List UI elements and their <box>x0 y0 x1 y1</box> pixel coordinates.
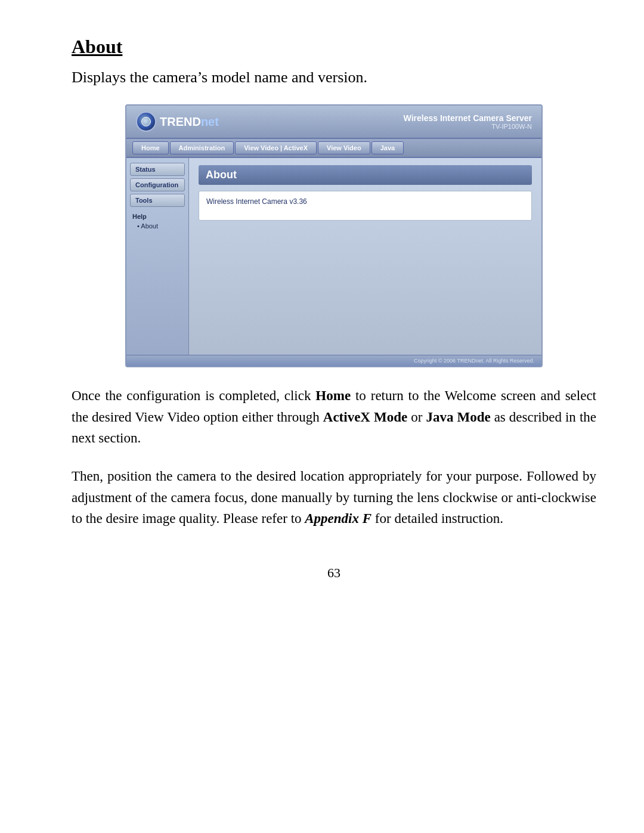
nav-viewvideo[interactable]: View Video <box>318 141 370 154</box>
cam-model: TV-IP100W-N <box>404 123 532 130</box>
nav-home[interactable]: Home <box>132 141 169 154</box>
nav-viewvideo-activex[interactable]: View Video | ActiveX <box>235 141 317 154</box>
sidebar-status[interactable]: Status <box>130 163 185 176</box>
sidebar-about-link[interactable]: • About <box>130 221 185 231</box>
main-section-title: About <box>199 165 532 185</box>
body-bold-java: Java Mode <box>426 410 490 425</box>
nav-java[interactable]: Java <box>371 141 404 154</box>
cam-product-name: Wireless Internet Camera Server <box>404 113 532 123</box>
body-text-mid-2: or <box>407 410 426 425</box>
brand-name: TRENDnet <box>160 115 219 129</box>
page-title: About <box>72 36 596 58</box>
sidebar-tools[interactable]: Tools <box>130 194 185 207</box>
cam-body: Status Configuration Tools Help • About … <box>126 158 541 355</box>
body-paragraph-1: Once the configuration is completed, cli… <box>72 385 596 449</box>
logo-icon <box>136 112 156 132</box>
body-bold-home: Home <box>315 388 351 403</box>
page-number: 63 <box>72 565 596 581</box>
body-italic-appendix: Appendix F <box>305 511 371 526</box>
sidebar-help-label: Help <box>130 209 185 221</box>
logo-icon-inner <box>141 117 151 126</box>
cam-title-block: Wireless Internet Camera Server TV-IP100… <box>404 113 532 130</box>
cam-main: About Wireless Internet Camera v3.36 <box>189 158 541 355</box>
nav-administration[interactable]: Administration <box>170 141 234 154</box>
sidebar-configuration[interactable]: Configuration <box>130 178 185 191</box>
cam-nav: Home Administration View Video | ActiveX… <box>126 139 541 158</box>
cam-footer: Copyright © 2006 TRENDnet. All Rights Re… <box>126 355 541 366</box>
cam-logo: TRENDnet <box>136 112 219 132</box>
screenshot-container: TRENDnet Wireless Internet Camera Server… <box>125 104 543 367</box>
body-paragraph-2: Then, position the camera to the desired… <box>72 466 596 529</box>
page-subtitle: Displays the camera’s model name and ver… <box>72 69 596 86</box>
main-content-box: Wireless Internet Camera v3.36 <box>199 191 532 221</box>
body-bold-activex: ActiveX Mode <box>323 410 407 425</box>
cam-sidebar: Status Configuration Tools Help • About <box>126 158 189 355</box>
cam-header: TRENDnet Wireless Internet Camera Server… <box>126 106 541 139</box>
body-text-2-end: for detailed instruction. <box>371 511 503 526</box>
body-text-before-home: Once the configuration is completed, cli… <box>72 388 315 403</box>
